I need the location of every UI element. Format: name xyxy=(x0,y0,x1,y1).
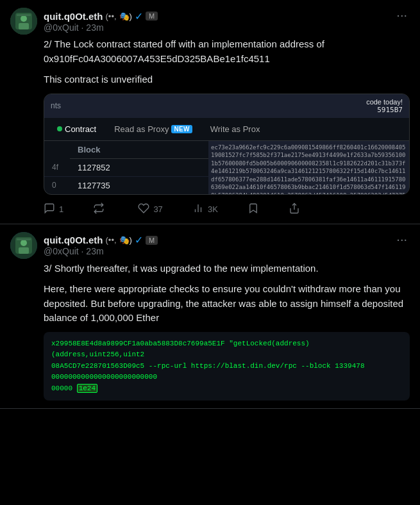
label-badge-1: M xyxy=(146,12,158,21)
reply-icon-1 xyxy=(44,203,55,216)
tab-read-as-proxy-label: Read as Proxy xyxy=(114,124,169,134)
user-name-row-2: quit.q0Ot.eth (••, 🎭) ✓ M xyxy=(44,234,158,246)
user-info-1: quit.q0Ot.eth (••, 🎭) ✓ M @0xQuit · 23m xyxy=(44,10,158,33)
views-count-1: 3K xyxy=(208,204,218,214)
tweet-1: quit.q0Ot.eth (••, 🎭) ✓ M @0xQuit · 23m … xyxy=(0,0,420,224)
avatar-1[interactable] xyxy=(10,8,37,35)
code-highlight-value: 1e24 xyxy=(77,384,97,393)
user-name-row-1: quit.q0Ot.eth (••, 🎭) ✓ M xyxy=(44,10,158,22)
display-name-1: quit.q0Ot.eth xyxy=(44,11,103,22)
svg-rect-12 xyxy=(19,247,29,254)
tweet-1-actions: 1 37 xyxy=(44,203,300,216)
tweet-1-header: quit.q0Ot.eth (••, 🎭) ✓ M @0xQuit · 23m … xyxy=(10,8,410,35)
tweet-2-header: quit.q0Ot.eth (••, 🎭) ✓ M @0xQuit · 23m … xyxy=(10,232,410,259)
username-decorator-emoji-2: 🎭) xyxy=(119,235,132,245)
card-dark-top-text: code today! xyxy=(366,98,403,106)
hex-code-overlay: ec73e23a9662efc9c229c6a009081549866ff826… xyxy=(208,141,409,194)
code-line-1: x29958E8E4d8a9899CF1a0aba5883D8c7699a5E1… xyxy=(51,338,402,361)
display-name-2: quit.q0Ot.eth xyxy=(44,235,103,245)
row1-col1: 1127852 xyxy=(70,158,218,176)
card-content-wrapper: Block Impleme 4f 1127852 0xf563C... 0 11… xyxy=(44,141,409,194)
verified-icon-2: ✓ xyxy=(135,234,143,246)
tab-write-as-proxy-label: Write as Prox xyxy=(210,124,260,134)
reply-button-1[interactable]: 1 xyxy=(44,203,63,216)
svg-rect-4 xyxy=(17,14,31,16)
code-block-2: x29958E8E4d8a9899CF1a0aba5883D8c7699a5E1… xyxy=(44,332,410,401)
like-icon-1 xyxy=(138,203,149,216)
col-block: Block xyxy=(70,141,218,159)
tweet-text-1-line2: This contract is unverified xyxy=(44,72,410,87)
views-button-1[interactable]: 3K xyxy=(192,203,218,216)
svg-rect-13 xyxy=(17,238,31,240)
handle-2: @0xQuit xyxy=(44,246,79,256)
user-info-2: quit.q0Ot.eth (••, 🎭) ✓ M @0xQuit · 23m xyxy=(44,234,158,256)
tweet-text-2-line2: Here, there were appropriate checks to e… xyxy=(44,282,410,326)
code-line-4-prefix: 00000 xyxy=(51,385,72,392)
username-decorator-dots-2: (••, xyxy=(106,235,117,245)
time-2: 23m xyxy=(86,246,103,256)
card-dark-top-code: 5915B7 xyxy=(366,106,403,114)
retweet-icon-1 xyxy=(93,203,105,216)
row2-col0: 0 xyxy=(44,176,70,194)
share-button-1[interactable] xyxy=(289,203,300,216)
embedded-contract-card: nts code today! 5915B7 Contract Read as … xyxy=(44,94,410,195)
handle-1: @0xQuit xyxy=(44,22,79,33)
label-badge-2: M xyxy=(146,236,158,245)
handle-time-2: @0xQuit · 23m xyxy=(44,246,158,256)
tweet-2: quit.q0Ot.eth (••, 🎭) ✓ M @0xQuit · 23m … xyxy=(0,224,420,410)
tab-contract[interactable]: Contract xyxy=(49,122,104,137)
tab-write-as-proxy[interactable]: Write as Prox xyxy=(203,122,268,137)
row1-col0: 4f xyxy=(44,158,70,176)
retweet-button-1[interactable] xyxy=(93,203,108,216)
tweet-text-1-line1: 2/ The Lock contract started off with an… xyxy=(44,37,410,66)
verified-icon-1: ✓ xyxy=(135,10,143,22)
svg-point-11 xyxy=(21,240,27,246)
new-badge-icon: NEW xyxy=(171,125,192,133)
tweet-text-2-line1: 3/ Shortly thereafter, it was upgraded t… xyxy=(44,261,410,276)
handle-time-1: @0xQuit · 23m xyxy=(44,22,158,33)
more-menu-button-2[interactable]: ··· xyxy=(394,232,410,247)
username-decorator-emoji-1: 🎭) xyxy=(119,12,132,21)
like-count-1: 37 xyxy=(153,204,162,214)
tweet-2-header-left: quit.q0Ot.eth (••, 🎭) ✓ M @0xQuit · 23m xyxy=(10,232,158,259)
contract-tabs: Contract Read as Proxy NEW Write as Prox xyxy=(44,118,409,141)
username-decorator-dots-1: (••, xyxy=(106,12,117,21)
contract-dot-icon xyxy=(57,126,62,131)
svg-rect-3 xyxy=(19,23,29,29)
card-nts-label: nts xyxy=(51,101,61,110)
reply-count-1: 1 xyxy=(59,204,63,214)
more-menu-button-1[interactable]: ··· xyxy=(394,8,410,22)
code-line-3: 0000000000000000000000000 xyxy=(51,372,402,383)
time-1: 23m xyxy=(86,22,103,33)
tweet-1-body: 2/ The Lock contract started off with an… xyxy=(44,37,410,216)
views-icon-1 xyxy=(192,203,204,216)
like-button-1[interactable]: 37 xyxy=(138,203,162,216)
tweet-1-header-left: quit.q0Ot.eth (••, 🎭) ✓ M @0xQuit · 23m xyxy=(10,8,158,35)
avatar-2[interactable] xyxy=(10,232,37,259)
bookmark-icon-1 xyxy=(248,203,259,216)
tab-contract-label: Contract xyxy=(65,124,96,134)
tab-read-as-proxy[interactable]: Read as Proxy NEW xyxy=(106,122,200,137)
svg-point-2 xyxy=(21,15,27,22)
code-line-2: 08A5CD7e228701563D09c5 --rpc-url https:/… xyxy=(51,361,402,372)
bookmark-button-1[interactable] xyxy=(248,203,259,216)
code-line-4: 00000 1e24 xyxy=(51,383,402,395)
tweet-2-body: 3/ Shortly thereafter, it was upgraded t… xyxy=(44,261,410,401)
share-icon-1 xyxy=(289,203,300,216)
row2-col1: 1127735 xyxy=(70,176,218,194)
